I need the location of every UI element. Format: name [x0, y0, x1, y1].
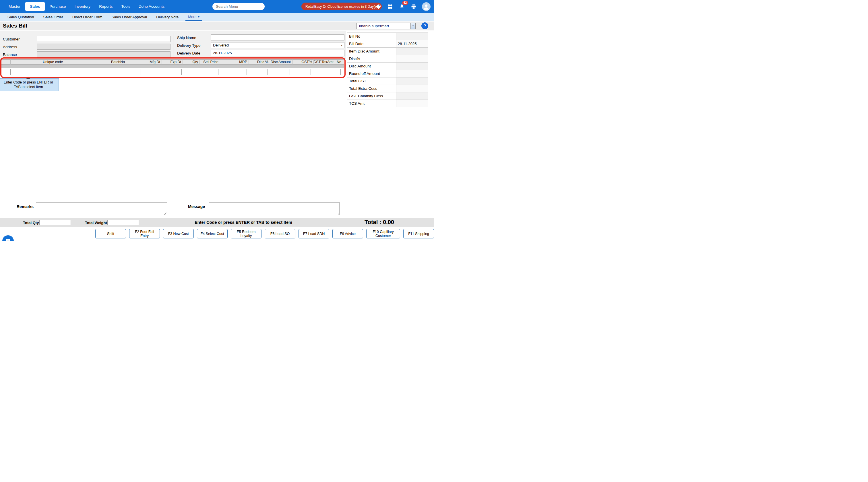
navbar-icons: 62 [375, 0, 431, 13]
remarks-label: Remarks [17, 204, 34, 209]
cell-qty[interactable] [181, 69, 198, 75]
cell-gst-taxamt[interactable] [311, 69, 332, 75]
help-icon[interactable]: ? [422, 22, 428, 29]
bill-summary-panel: Bill No Bill Date 28-11-2025 Item Disc A… [347, 32, 428, 218]
item-grid-header: Unique code BatchNo Mfg Dt Exp Dt Qty Se… [0, 59, 344, 65]
entry-hint-text: Enter Code or press ENTER or TAB to sele… [195, 220, 292, 225]
tab-sales-quotation[interactable]: Sales Quotation [3, 13, 39, 21]
menu-tools[interactable]: Tools [117, 2, 134, 11]
menu-sales[interactable]: Sales [25, 2, 45, 11]
summary-value [396, 33, 428, 40]
col-row-selector [0, 59, 11, 65]
cell-exp-dt[interactable] [161, 69, 182, 75]
summary-row-bill-date: Bill Date 28-11-2025 [347, 40, 428, 47]
license-alert-banner[interactable]: RetailEasy OnCloud license expires in 3 … [301, 3, 382, 10]
main-menu: Master Sales Purchase Inventory Reports … [5, 0, 168, 13]
summary-label: Disc% [347, 55, 396, 62]
chevron-down-icon: ▾ [341, 43, 342, 47]
tab-delivery-note[interactable]: Delivery Note [152, 13, 183, 21]
address-label: Address [3, 45, 17, 49]
menu-zoho-accounts[interactable]: Zoho Accounts [135, 2, 168, 11]
delivery-type-value: Delivered [213, 43, 229, 47]
total-qty-input[interactable] [39, 220, 71, 225]
store-dropdown-icon[interactable]: ▼ [410, 23, 415, 29]
cell-disc-amount[interactable] [268, 69, 290, 75]
col-net-amount: Ne [335, 59, 344, 65]
tab-direct-order-form[interactable]: Direct Order Form [68, 13, 107, 21]
summary-label: GST Calamity Cess [347, 92, 396, 100]
delivery-date-input[interactable] [211, 50, 344, 56]
summary-row-gst-calamity-cess: GST Calamity Cess [347, 92, 428, 100]
printer-icon[interactable] [410, 3, 417, 10]
cell-batchno[interactable] [95, 69, 141, 75]
message-label: Message [188, 204, 205, 209]
balance-label: Balance [3, 53, 17, 57]
grid-selected-row [0, 65, 344, 68]
function-button-bar: Shift F2 Foot Fall Entry F3 New Cust F4 … [0, 229, 434, 241]
shift-button[interactable]: Shift [95, 229, 126, 238]
summary-value [396, 100, 428, 107]
tab-more[interactable]: More ▾ [185, 13, 202, 21]
col-gst-taxamt: GST TaxAmt [314, 59, 335, 65]
message-textarea[interactable] [209, 202, 340, 215]
user-avatar[interactable] [422, 2, 431, 11]
tag-icon[interactable] [375, 3, 382, 10]
cell-unique-code[interactable] [10, 69, 95, 75]
top-navbar: Master Sales Purchase Inventory Reports … [0, 0, 434, 13]
cell-sell-price[interactable] [198, 69, 218, 75]
menu-purchase[interactable]: Purchase [45, 2, 70, 11]
balance-input [37, 51, 170, 57]
cell-gst-pct[interactable] [290, 69, 311, 75]
f2-foot-fall-entry-button[interactable]: F2 Foot Fall Entry [129, 229, 160, 238]
summary-label: Bill Date [347, 40, 396, 47]
menu-search [212, 3, 265, 10]
ship-name-input[interactable] [211, 34, 344, 40]
summary-label: Total Extra Cess [347, 85, 396, 92]
tab-sales-order[interactable]: Sales Order [39, 13, 68, 21]
summary-label: Round off Amount [347, 70, 396, 77]
f11-shipping-button[interactable]: F11 Shipping [403, 229, 434, 238]
sales-subnav: Sales Quotation Sales Order Direct Order… [0, 13, 434, 21]
delivery-type-select[interactable]: Delivered ▾ [211, 42, 344, 48]
summary-label: Disc Amount [347, 63, 396, 70]
bell-icon[interactable]: 62 [398, 3, 405, 10]
cell-mrp[interactable] [218, 69, 247, 75]
f10-capillary-customer-button[interactable]: F10 Capillary Customer [366, 229, 400, 238]
summary-row-disc-amount: Disc Amount [347, 63, 428, 70]
page-header: Sales Bill khabib supermart ▼ ? [0, 22, 434, 30]
summary-label: Total GST [347, 77, 396, 85]
notification-count-badge: 62 [402, 1, 408, 5]
store-selector[interactable]: khabib supermart ▼ [356, 23, 415, 29]
bill-total: Total : 0.00 [365, 219, 394, 226]
address-input [37, 43, 170, 50]
search-input[interactable] [212, 3, 265, 10]
page-title: Sales Bill [3, 23, 27, 29]
cell-net-amount[interactable] [332, 69, 341, 75]
f5-redeem-loyalty-button[interactable]: F5 Redeem Loyalty [231, 229, 261, 238]
apps-icon[interactable] [386, 3, 394, 10]
cell-row-selector[interactable] [0, 69, 11, 75]
menu-reports[interactable]: Reports [95, 2, 117, 11]
customer-input[interactable] [37, 36, 170, 42]
f4-select-cust-button[interactable]: F4 Select Cust [197, 229, 228, 238]
cell-disc-pct[interactable] [247, 69, 268, 75]
total-weight-input[interactable] [107, 220, 139, 225]
f3-new-cust-button[interactable]: F3 New Cust [163, 229, 194, 238]
col-mrp: MRP [220, 59, 249, 65]
tab-sales-order-approval[interactable]: Sales Order Approval [107, 13, 152, 21]
cell-mfg-dt[interactable] [140, 69, 161, 75]
remarks-textarea[interactable] [36, 202, 167, 215]
store-selector-value: khabib supermart [357, 24, 410, 28]
f9-advice-button[interactable]: F9 Advice [332, 229, 363, 238]
f6-load-so-button[interactable]: F6 Load SO [265, 229, 296, 238]
menu-master[interactable]: Master [5, 2, 24, 11]
chat-icon [5, 238, 11, 241]
col-unique-code: Unique code [11, 59, 95, 65]
total-qty-label: Total Qty [23, 221, 39, 225]
col-mfg-dt: Mfg Dt [141, 59, 162, 65]
tab-more-label: More [188, 14, 197, 19]
summary-label: Item Disc Amount [347, 47, 396, 55]
menu-inventory[interactable]: Inventory [71, 2, 95, 11]
f7-load-sdn-button[interactable]: F7 Load SDN [299, 229, 329, 238]
total-weight-label: Total Weight [85, 221, 107, 225]
